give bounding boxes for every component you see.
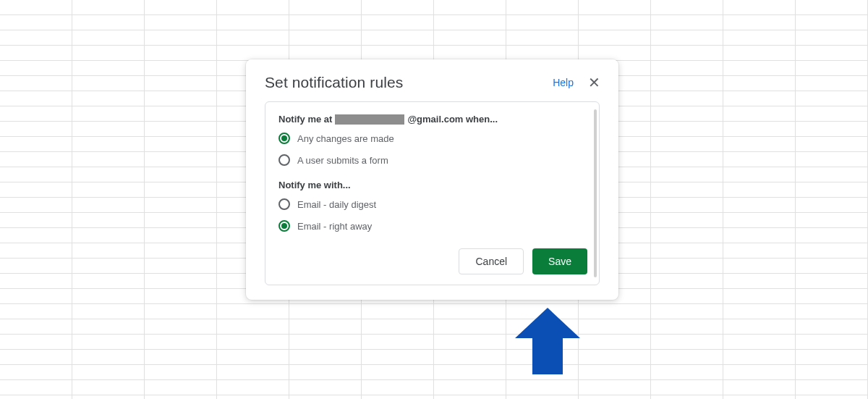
grid-cell[interactable] — [723, 304, 796, 319]
grid-cell[interactable] — [72, 335, 145, 349]
grid-cell[interactable] — [145, 61, 217, 75]
grid-cell[interactable] — [651, 243, 723, 258]
grid-cell[interactable] — [0, 182, 72, 197]
grid-cell[interactable] — [723, 30, 796, 45]
grid-cell[interactable] — [145, 365, 217, 379]
grid-cell[interactable] — [0, 122, 72, 136]
radio-form-submit[interactable]: A user submits a form — [278, 149, 587, 171]
grid-cell[interactable] — [651, 30, 723, 45]
grid-cell[interactable] — [723, 395, 796, 399]
grid-cell[interactable] — [579, 365, 651, 379]
grid-cell[interactable] — [217, 319, 289, 334]
grid-cell[interactable] — [0, 335, 72, 349]
grid-cell[interactable] — [651, 15, 723, 30]
grid-cell[interactable] — [289, 15, 362, 30]
grid-cell[interactable] — [506, 15, 579, 30]
grid-cell[interactable] — [796, 319, 868, 334]
grid-cell[interactable] — [723, 289, 796, 303]
grid-cell[interactable] — [145, 198, 217, 212]
radio-right-away[interactable]: Email - right away — [278, 215, 587, 237]
grid-cell[interactable] — [723, 350, 796, 364]
grid-cell[interactable] — [362, 350, 434, 364]
grid-cell[interactable] — [651, 319, 723, 334]
grid-cell[interactable] — [796, 91, 868, 106]
grid-cell[interactable] — [362, 304, 434, 319]
grid-cell[interactable] — [0, 152, 72, 167]
grid-cell[interactable] — [145, 15, 217, 30]
grid-cell[interactable] — [0, 228, 72, 243]
grid-cell[interactable] — [362, 365, 434, 379]
grid-cell[interactable] — [723, 182, 796, 197]
grid-cell[interactable] — [796, 30, 868, 45]
grid-cell[interactable] — [723, 61, 796, 75]
grid-cell[interactable] — [434, 365, 506, 379]
grid-cell[interactable] — [0, 213, 72, 227]
grid-cell[interactable] — [651, 350, 723, 364]
grid-cell[interactable] — [796, 122, 868, 136]
grid-cell[interactable] — [651, 213, 723, 227]
grid-cell[interactable] — [796, 152, 868, 167]
grid-cell[interactable] — [72, 167, 145, 182]
grid-cell[interactable] — [72, 30, 145, 45]
grid-cell[interactable] — [0, 137, 72, 151]
grid-cell[interactable] — [72, 15, 145, 30]
grid-cell[interactable] — [72, 61, 145, 75]
grid-cell[interactable] — [651, 365, 723, 379]
grid-cell[interactable] — [0, 76, 72, 91]
grid-cell[interactable] — [145, 243, 217, 258]
grid-cell[interactable] — [72, 182, 145, 197]
grid-cell[interactable] — [289, 335, 362, 349]
grid-cell[interactable] — [0, 274, 72, 288]
grid-cell[interactable] — [796, 213, 868, 227]
grid-cell[interactable] — [723, 319, 796, 334]
grid-cell[interactable] — [145, 182, 217, 197]
grid-cell[interactable] — [145, 380, 217, 395]
grid-cell[interactable] — [796, 167, 868, 182]
grid-cell[interactable] — [651, 304, 723, 319]
grid-cell[interactable] — [723, 228, 796, 243]
grid-cell[interactable] — [579, 380, 651, 395]
grid-cell[interactable] — [723, 106, 796, 121]
grid-cell[interactable] — [506, 380, 579, 395]
grid-cell[interactable] — [796, 46, 868, 60]
grid-cell[interactable] — [72, 319, 145, 334]
grid-cell[interactable] — [434, 46, 506, 60]
grid-cell[interactable] — [651, 274, 723, 288]
grid-cell[interactable] — [796, 365, 868, 379]
grid-cell[interactable] — [362, 15, 434, 30]
grid-cell[interactable] — [217, 380, 289, 395]
grid-cell[interactable] — [579, 335, 651, 349]
grid-cell[interactable] — [796, 106, 868, 121]
grid-cell[interactable] — [723, 91, 796, 106]
grid-cell[interactable] — [651, 106, 723, 121]
grid-cell[interactable] — [72, 243, 145, 258]
grid-cell[interactable] — [145, 335, 217, 349]
grid-cell[interactable] — [723, 46, 796, 60]
grid-cell[interactable] — [289, 46, 362, 60]
grid-cell[interactable] — [651, 395, 723, 399]
grid-cell[interactable] — [434, 0, 506, 14]
grid-cell[interactable] — [796, 15, 868, 30]
grid-cell[interactable] — [0, 259, 72, 273]
grid-cell[interactable] — [651, 0, 723, 14]
grid-cell[interactable] — [72, 380, 145, 395]
grid-cell[interactable] — [796, 243, 868, 258]
grid-cell[interactable] — [796, 228, 868, 243]
grid-cell[interactable] — [145, 289, 217, 303]
grid-cell[interactable] — [145, 30, 217, 45]
grid-cell[interactable] — [145, 395, 217, 399]
grid-cell[interactable] — [651, 76, 723, 91]
grid-cell[interactable] — [651, 335, 723, 349]
grid-cell[interactable] — [434, 304, 506, 319]
grid-cell[interactable] — [362, 319, 434, 334]
grid-cell[interactable] — [145, 122, 217, 136]
grid-cell[interactable] — [796, 274, 868, 288]
grid-cell[interactable] — [72, 152, 145, 167]
grid-cell[interactable] — [723, 137, 796, 151]
grid-cell[interactable] — [145, 91, 217, 106]
grid-cell[interactable] — [145, 167, 217, 182]
grid-cell[interactable] — [723, 274, 796, 288]
grid-cell[interactable] — [217, 350, 289, 364]
grid-cell[interactable] — [651, 259, 723, 273]
grid-cell[interactable] — [579, 350, 651, 364]
